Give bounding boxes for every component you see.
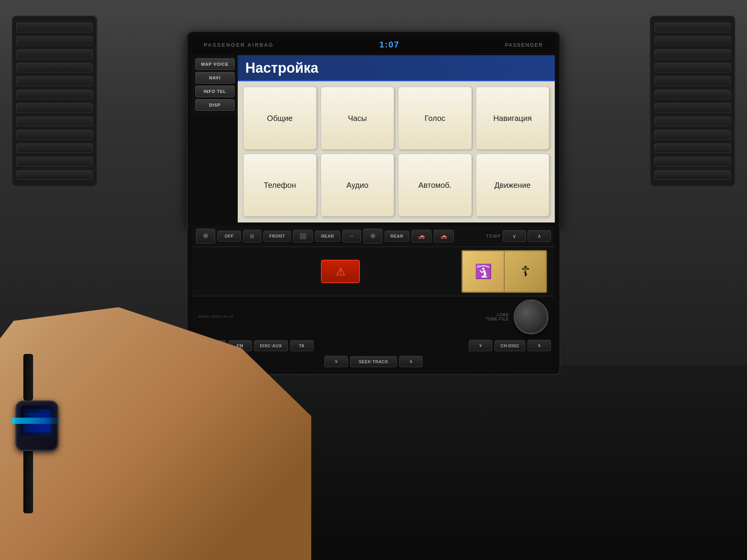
vent-fin [654, 144, 731, 153]
watch-cyan-highlight [12, 418, 62, 424]
fan-rear-icon: ❄ [363, 229, 382, 243]
front-button[interactable]: FRONT [263, 231, 291, 242]
vent-fin [16, 130, 93, 140]
vent-fin [654, 170, 731, 180]
screen-area: MAP VOICE NAVI INFO TEL DISP Настройка [192, 55, 555, 222]
car-front-icon: 🚗 [412, 230, 431, 242]
watch-band-top [23, 354, 33, 401]
vent-fin [654, 23, 731, 32]
vent-fin [16, 157, 93, 166]
screen-header: Настройка [238, 55, 555, 81]
hand-overlay [0, 249, 350, 560]
vent-fin [16, 103, 93, 113]
map-voice-button[interactable]: MAP VOICE [195, 58, 235, 70]
sync-icon: ↔ [342, 230, 361, 242]
smartwatch [16, 401, 58, 451]
rear-defrost-icon: ⬛ [293, 230, 313, 242]
seek-track-button[interactable]: SEEK·TRACK [350, 356, 397, 367]
front-defrost-icon: ⊞ [243, 230, 261, 242]
car-rear-icon: 🚗 [434, 230, 454, 242]
temp-label: TEMP [486, 234, 501, 238]
vent-fin [16, 170, 93, 180]
disp-button[interactable]: DISP [195, 99, 235, 111]
watch-band-bottom [23, 443, 33, 513]
load-label: LOAD [497, 313, 509, 317]
menu-item-avtomob[interactable]: Автомоб. [398, 154, 472, 217]
vent-fin [654, 36, 731, 46]
menu-item-obshchie[interactable]: Общие [243, 87, 317, 150]
airbag-bar: PASSENGER AIRBAG 1:07 PASSENGER [192, 37, 555, 53]
right-vent [650, 16, 735, 187]
icon-panel-1: 🛐 [463, 251, 505, 292]
side-nav-buttons: MAP VOICE NAVI INFO TEL DISP [192, 55, 238, 114]
temp-up-button[interactable]: ∧ [528, 230, 551, 242]
navi-button[interactable]: NAVI [195, 72, 235, 84]
scene: PASSENGER AIRBAG 1:07 PASSENGER MAP VOIC… [0, 0, 747, 560]
vent-fin [16, 144, 93, 153]
vent-fin [16, 117, 93, 126]
settings-menu-grid: Общие Часы Голос Навигация Телефон [238, 81, 555, 222]
vent-fin [16, 76, 93, 86]
vent-fin [654, 76, 731, 86]
vent-fin [16, 36, 93, 46]
vent-fin [654, 117, 731, 126]
passenger-label: PASSENGER [505, 42, 543, 48]
info-tel-button[interactable]: INFO TEL [195, 86, 235, 97]
left-vent [12, 16, 97, 187]
temp-down-button[interactable]: ∨ [503, 230, 526, 242]
seek-up-button[interactable]: ∧ [399, 356, 423, 367]
tune-file-label: TUNE·FILE [486, 317, 509, 321]
menu-item-navigatsiya[interactable]: Навигация [476, 87, 549, 150]
menu-item-golos[interactable]: Голос [398, 87, 472, 150]
infotainment-unit: PASSENGER AIRBAG 1:07 PASSENGER MAP VOIC… [187, 31, 560, 228]
vent-fin [654, 49, 731, 59]
vent-fin [654, 157, 731, 166]
vent-fin [654, 103, 731, 113]
vol-down-button[interactable]: ∨ [469, 340, 492, 351]
menu-item-chasy[interactable]: Часы [321, 87, 394, 150]
rear-button[interactable]: REAR [315, 231, 340, 242]
volume-knob[interactable] [514, 299, 549, 334]
vent-fin [16, 90, 93, 100]
screen-title: Настройка [245, 60, 319, 76]
fan-off-button[interactable]: OFF [217, 231, 241, 242]
rear-label-button[interactable]: REAR [385, 231, 409, 242]
clock-display: 1:07 [379, 40, 400, 50]
fan-icon: ❄ [196, 229, 215, 243]
passenger-airbag-label: PASSENGER AIRBAG [204, 42, 274, 48]
touchscreen[interactable]: Настройка Общие Часы Голос Навигация [238, 55, 555, 222]
vent-fin [654, 130, 731, 140]
vent-fin [16, 49, 93, 59]
menu-item-telefon[interactable]: Телефон [243, 154, 317, 217]
vent-fin [16, 23, 93, 32]
vol-up-button[interactable]: ∧ [528, 340, 551, 351]
ch-disc-button[interactable]: CH·DISC [494, 340, 525, 351]
climate-controls-row: ❄ OFF ⊞ FRONT ⬛ REAR ↔ ❄ REAR 🚗 🚗 TEMP ∨ [192, 226, 555, 247]
religious-icons-display: 🛐 ☦ [461, 250, 547, 293]
vent-fin [16, 63, 93, 73]
vent-fin [654, 63, 731, 73]
menu-item-dvizhenie[interactable]: Движение [476, 154, 549, 217]
menu-item-audio[interactable]: Аудио [321, 154, 394, 217]
icon-panel-2: ☦ [505, 251, 546, 292]
vent-fin [654, 90, 731, 100]
